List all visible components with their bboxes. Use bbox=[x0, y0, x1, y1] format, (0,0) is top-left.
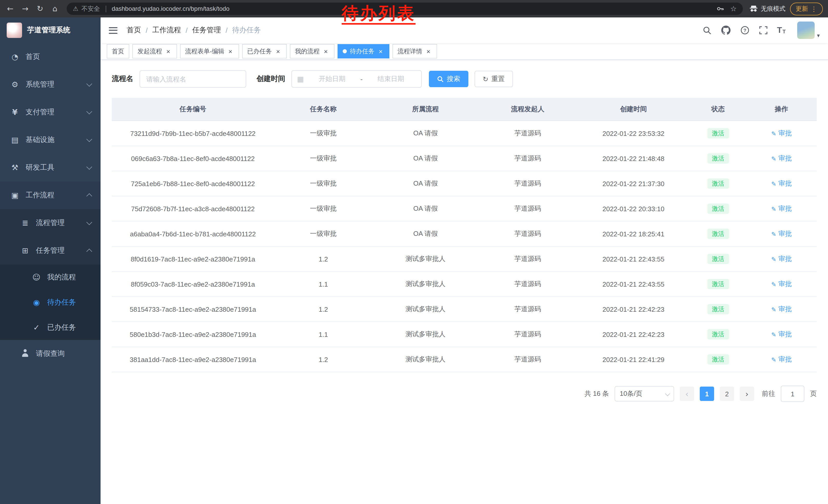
approve-link[interactable]: 审批 bbox=[771, 179, 792, 188]
sidebar-item-todo-task[interactable]: 待办任务 bbox=[0, 290, 100, 315]
close-icon[interactable] bbox=[377, 48, 384, 55]
sidebar-item-home[interactable]: 首页 bbox=[0, 43, 100, 71]
table-header: 任务编号 任务名称 所属流程 流程发起人 创建时间 状态 操作 bbox=[112, 98, 817, 121]
sidebar-item-done-task[interactable]: 已办任务 bbox=[0, 315, 100, 340]
sidebar-item-infrastructure[interactable]: 基础设施 bbox=[0, 126, 100, 154]
approve-link-label: 审批 bbox=[779, 305, 792, 314]
table-row: 381aa1dd-7ac8-11ec-a9e2-a2380e71991a 1.2… bbox=[112, 347, 817, 372]
edit-icon bbox=[771, 230, 777, 238]
close-icon[interactable] bbox=[227, 48, 234, 55]
date-range-picker[interactable]: 开始日期 - 结束日期 bbox=[291, 70, 422, 88]
password-key-icon[interactable] bbox=[717, 5, 724, 12]
sidebar-item-label: 流程管理 bbox=[36, 218, 65, 228]
cell-process: OA 请假 bbox=[373, 221, 479, 246]
status-badge: 激活 bbox=[707, 354, 729, 365]
cell-created: 2022-01-22 20:33:10 bbox=[577, 196, 690, 221]
fullscreen-icon[interactable] bbox=[759, 26, 767, 34]
search-icon[interactable] bbox=[703, 26, 711, 35]
approve-link[interactable]: 审批 bbox=[771, 279, 792, 289]
app-logo[interactable]: 芋道管理系统 bbox=[0, 17, 100, 43]
payment-icon bbox=[10, 108, 19, 117]
approve-link[interactable]: 审批 bbox=[771, 355, 792, 364]
status-badge: 激活 bbox=[707, 279, 729, 289]
cell-task-name: 1.1 bbox=[274, 272, 373, 296]
reset-button[interactable]: 重置 bbox=[474, 71, 513, 87]
sidebar-item-dev-tools[interactable]: 研发工具 bbox=[0, 154, 100, 182]
approve-link[interactable]: 审批 bbox=[771, 154, 792, 163]
process-name-input[interactable] bbox=[139, 70, 246, 88]
page-size-value: 10条/页 bbox=[620, 389, 642, 398]
tab-process-detail[interactable]: 流程详情 bbox=[392, 44, 437, 58]
page-button-1[interactable]: 1 bbox=[700, 386, 714, 401]
sidebar-collapse-icon[interactable] bbox=[109, 27, 118, 34]
search-button[interactable]: 搜索 bbox=[429, 71, 468, 87]
reload-button[interactable] bbox=[35, 4, 45, 14]
approve-link[interactable]: 审批 bbox=[771, 330, 792, 339]
tab-label: 流程表单-编辑 bbox=[185, 47, 224, 56]
bookmark-star-icon[interactable] bbox=[730, 5, 737, 13]
goto-page-input[interactable] bbox=[781, 385, 804, 402]
close-icon[interactable] bbox=[322, 48, 329, 55]
approve-link[interactable]: 审批 bbox=[771, 254, 792, 264]
sidebar-item-process-management[interactable]: 流程管理 bbox=[0, 209, 100, 237]
approve-link-label: 审批 bbox=[779, 204, 792, 213]
update-label: 更新 bbox=[796, 4, 808, 13]
approve-link[interactable]: 审批 bbox=[771, 229, 792, 238]
tab-my-process[interactable]: 我的流程 bbox=[290, 44, 334, 58]
approve-link[interactable]: 审批 bbox=[771, 305, 792, 314]
chevron-down-icon bbox=[86, 136, 92, 142]
back-button[interactable] bbox=[5, 4, 15, 14]
tab-process-form-edit[interactable]: 流程表单-编辑 bbox=[180, 44, 239, 58]
page-size-select[interactable]: 10条/页 bbox=[615, 386, 674, 402]
sidebar-item-workflow[interactable]: 工作流程 bbox=[0, 182, 100, 209]
close-icon[interactable] bbox=[165, 48, 172, 55]
navbar-actions: ? bbox=[703, 21, 820, 39]
browser-menu-icon[interactable] bbox=[811, 5, 817, 12]
tab-done-task[interactable]: 已办任务 bbox=[242, 44, 287, 58]
breadcrumb-workflow[interactable]: 工作流程 bbox=[152, 26, 181, 35]
cell-created: 2022-01-22 23:53:32 bbox=[577, 121, 690, 146]
table-row: 725a1eb6-7b88-11ec-8ef0-acde48001122 一级审… bbox=[112, 171, 817, 196]
close-icon[interactable] bbox=[425, 48, 432, 55]
tab-home[interactable]: 首页 bbox=[107, 44, 129, 58]
browser-update-button[interactable]: 更新 bbox=[790, 2, 823, 15]
page-button-2[interactable]: 2 bbox=[720, 386, 734, 401]
goto-label: 前往 bbox=[762, 389, 775, 398]
next-page-button[interactable] bbox=[740, 386, 754, 401]
breadcrumb: 首页 工作流程 任务管理 待办任务 bbox=[127, 26, 261, 35]
breadcrumb-home[interactable]: 首页 bbox=[127, 26, 141, 35]
avatar[interactable] bbox=[797, 21, 815, 39]
annotation-todo-list: 待办列表 bbox=[342, 5, 416, 25]
sidebar-item-payment-management[interactable]: 支付管理 bbox=[0, 98, 100, 126]
search-icon bbox=[437, 76, 444, 82]
cell-process: OA 请假 bbox=[373, 196, 479, 221]
cell-task-id: 8f0d1619-7ac8-11ec-a9e2-a2380e71991a bbox=[112, 246, 274, 272]
approve-link[interactable]: 审批 bbox=[771, 204, 792, 213]
table-row: a6aba0a4-7b6d-11ec-b781-acde48001122 一级审… bbox=[112, 221, 817, 246]
prev-page-button[interactable] bbox=[680, 386, 694, 401]
tab-todo-task[interactable]: 待办任务 bbox=[338, 44, 389, 58]
chevron-down-icon bbox=[86, 219, 92, 225]
cell-starter: 芋道源码 bbox=[479, 121, 577, 146]
forward-button[interactable] bbox=[20, 4, 30, 14]
font-size-icon[interactable] bbox=[777, 26, 786, 34]
home-button[interactable] bbox=[50, 4, 60, 14]
approve-link[interactable]: 审批 bbox=[771, 129, 792, 138]
table-row: 069c6a63-7b8a-11ec-8ef0-acde48001122 一级审… bbox=[112, 146, 817, 171]
sidebar-item-task-management[interactable]: 任务管理 bbox=[0, 237, 100, 265]
sidebar-item-leave-query[interactable]: 请假查询 bbox=[0, 340, 100, 368]
cell-process: OA 请假 bbox=[373, 146, 479, 171]
tab-start-process[interactable]: 发起流程 bbox=[132, 44, 177, 58]
reset-button-label: 重置 bbox=[492, 74, 505, 84]
cell-process: OA 请假 bbox=[373, 121, 479, 146]
close-icon[interactable] bbox=[275, 48, 282, 55]
breadcrumb-separator bbox=[226, 26, 228, 34]
sidebar-item-my-process[interactable]: 我的流程 bbox=[0, 265, 100, 290]
breadcrumb-task-management[interactable]: 任务管理 bbox=[192, 26, 221, 35]
user-menu[interactable] bbox=[797, 21, 820, 39]
sidebar-item-system-management[interactable]: 系统管理 bbox=[0, 71, 100, 98]
column-header-created: 创建时间 bbox=[577, 98, 690, 121]
sidebar-item-label: 工作流程 bbox=[26, 191, 54, 200]
help-icon[interactable]: ? bbox=[740, 26, 749, 35]
github-icon[interactable] bbox=[721, 26, 730, 35]
